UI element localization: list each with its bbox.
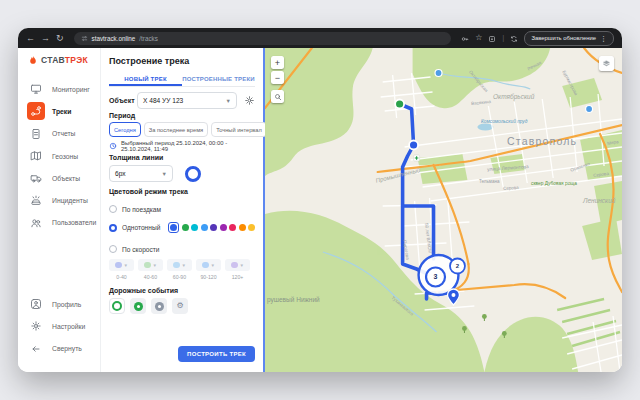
password-key-icon[interactable]: [461, 29, 469, 47]
app-logo[interactable]: СТАВТРЭК: [28, 54, 88, 66]
speed-color-dot: [115, 262, 122, 269]
radio-label: По поездкам: [122, 206, 161, 213]
color-swatch[interactable]: [201, 224, 208, 231]
speed-color-dot: [202, 262, 209, 269]
map-layers-button[interactable]: [599, 56, 614, 71]
selected-color-box: [168, 222, 179, 233]
speed-range-120+: ▼120+: [225, 259, 250, 280]
speed-color-select[interactable]: ▼: [225, 259, 250, 271]
color-swatch[interactable]: [210, 224, 217, 231]
color-swatch[interactable]: [248, 224, 255, 231]
forward-icon[interactable]: →: [41, 34, 50, 43]
sidebar-item-label: Мониторинг: [52, 86, 90, 93]
geozone-icon: [27, 147, 45, 165]
color-swatch[interactable]: [229, 224, 236, 231]
map-search-button[interactable]: [271, 90, 284, 103]
gear-icon: [27, 317, 45, 335]
search-icon: [274, 93, 282, 101]
period-option-2[interactable]: Точный интервал: [211, 122, 267, 137]
sidebar-item-users[interactable]: Пользователи: [18, 212, 100, 234]
sidebar-item-monitor[interactable]: Мониторинг: [18, 78, 100, 100]
event-circle-icon: [155, 302, 164, 311]
object-settings-button[interactable]: [244, 95, 255, 106]
sidebar-item-route[interactable]: Треки: [18, 100, 100, 122]
finish-update-button[interactable]: Завершить обновление ⋮: [524, 31, 614, 46]
tab-new-track[interactable]: НОВЫЙ ТРЕК: [109, 73, 182, 86]
incident-icon: [27, 192, 45, 210]
line-thickness-preview: [185, 166, 201, 182]
object-select-value: Х 484 УУ 123: [143, 97, 183, 104]
speed-color-dot: [173, 262, 180, 269]
browser-window: ← → ↻ stavtrack.online/tracks ☆ | Заверш…: [18, 28, 622, 372]
speed-color-select[interactable]: ▼: [196, 259, 221, 271]
tab-built-tracks[interactable]: ПОСТРОЕННЫЕ ТРЕКИ: [182, 73, 255, 86]
speed-color-select[interactable]: ▼: [138, 259, 163, 271]
speed-color-dot: [231, 262, 238, 269]
road-event-type-3-toggle[interactable]: [151, 298, 167, 314]
sidebar-item-label: Отчеты: [52, 130, 76, 137]
chevron-down-icon: ▼: [124, 263, 128, 268]
url-path: /tracks: [139, 35, 158, 42]
radio-solid-color[interactable]: Однотонный: [109, 222, 255, 233]
color-swatch[interactable]: [239, 224, 246, 231]
sidebar-item-incident[interactable]: Инциденты: [18, 189, 100, 211]
thickness-value: 6px: [115, 170, 126, 177]
road-event-type-2-toggle[interactable]: [130, 298, 146, 314]
period-option-1[interactable]: За последнее время: [144, 122, 208, 137]
sidebar-item-profile[interactable]: Профиль: [18, 293, 100, 315]
color-swatch[interactable]: [220, 224, 227, 231]
sidebar-item-collapse[interactable]: Свернуть: [18, 338, 100, 360]
radio-by-speed[interactable]: По скорости: [109, 245, 255, 253]
sidebar-item-truck[interactable]: Объекты: [18, 167, 100, 189]
profile-icon: [27, 295, 45, 313]
radio-label: По скорости: [122, 246, 160, 253]
speed-range-0-40: ▼0-40: [109, 259, 134, 280]
track-color-palette: [168, 222, 255, 233]
event-gear-icon: ⚙: [176, 302, 183, 310]
back-icon[interactable]: ←: [26, 34, 35, 43]
color-swatch[interactable]: [170, 224, 177, 231]
speed-range-label: 40-60: [144, 274, 157, 280]
speed-color-select[interactable]: ▼: [167, 259, 192, 271]
zoom-out-button[interactable]: −: [271, 71, 284, 84]
sync-icon[interactable]: [510, 29, 518, 47]
sidebar-item-report[interactable]: Отчеты: [18, 123, 100, 145]
period-option-0[interactable]: Сегодня: [109, 122, 141, 137]
color-swatch[interactable]: [182, 224, 189, 231]
road-event-type-1-toggle[interactable]: [109, 298, 125, 314]
clock-icon: [109, 142, 117, 150]
zoom-in-button[interactable]: +: [271, 56, 284, 69]
panel-tabs: НОВЫЙ ТРЕКПОСТРОЕННЫЕ ТРЕКИ: [109, 73, 255, 87]
selected-period-text: Выбранный период 25.10.2024, 00:00 - 25.…: [121, 140, 255, 152]
map[interactable]: 23 СтавропольОктябрьскийЛенинскийПромышл…: [265, 48, 622, 372]
browser-menu-icon[interactable]: ⋮: [600, 35, 607, 42]
sidebar-item-label: Свернуть: [52, 345, 82, 352]
speed-range-40-60: ▼40-60: [138, 259, 163, 280]
sidebar-menu: МониторингТрекиОтчетыГеозоныОбъектыИнцид…: [18, 78, 100, 234]
install-app-icon[interactable]: [488, 29, 496, 47]
radio-by-trips[interactable]: По поездкам: [109, 205, 255, 213]
address-bar[interactable]: stavtrack.online/tracks: [74, 32, 452, 45]
speed-range-pickers: ▼0-40▼40-60▼60-90▼90-120▼120+: [109, 259, 255, 280]
sidebar-item-label: Объекты: [52, 175, 80, 182]
logo-text: СТАВТРЭК: [41, 55, 88, 65]
object-select[interactable]: Х 484 УУ 123 ▼: [137, 92, 237, 109]
sidebar-item-geozone[interactable]: Геозоны: [18, 145, 100, 167]
chevron-down-icon: ▼: [240, 263, 244, 268]
sidebar-item-gear[interactable]: Настройки: [18, 315, 100, 337]
reload-icon[interactable]: ↻: [56, 34, 64, 43]
toolbar-separator: |: [502, 34, 504, 42]
page-title: Построение трека: [109, 56, 255, 66]
thickness-select[interactable]: 6px ▼: [109, 165, 173, 182]
build-track-button[interactable]: ПОСТРОИТЬ ТРЕК: [178, 346, 255, 362]
road-event-type-4-toggle[interactable]: ⚙: [172, 298, 188, 314]
color-swatch[interactable]: [191, 224, 198, 231]
report-icon: [27, 125, 45, 143]
speed-color-select[interactable]: ▼: [109, 259, 134, 271]
bookmark-star-icon[interactable]: ☆: [475, 34, 482, 42]
period-label: Период: [109, 112, 255, 119]
finish-update-label: Завершить обновление: [531, 35, 596, 41]
thickness-row: 6px ▼: [109, 165, 255, 182]
chevron-down-icon: ▼: [211, 263, 215, 268]
browser-toolbar: ← → ↻ stavtrack.online/tracks ☆ | Заверш…: [18, 28, 622, 48]
